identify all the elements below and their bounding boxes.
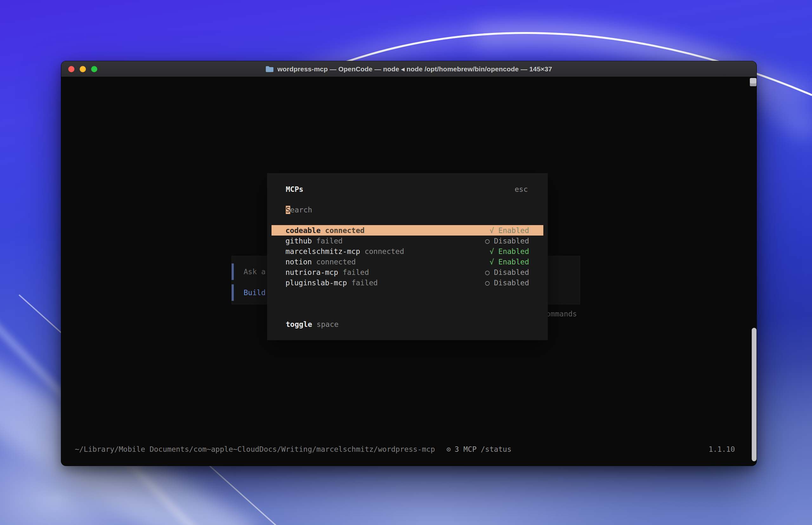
mcp-state: ○ Disabled	[485, 237, 529, 245]
mcp-state: √ Enabled	[489, 226, 529, 235]
mcp-list-item[interactable]: nutriora-mcp failed ○ Disabled	[271, 267, 543, 278]
traffic-lights	[68, 61, 98, 77]
build-mode-label: Build	[243, 288, 265, 297]
mcp-item-left: github failed	[285, 237, 342, 245]
mcp-name: nutriora-mcp	[285, 268, 338, 276]
mode-accent-bar	[232, 284, 234, 301]
mcp-list: codeable connected √ Enabled github fail…	[271, 225, 543, 288]
mcp-list-item[interactable]: marcelschmitz-mcp connected √ Enabled	[271, 246, 543, 256]
mcp-counter-icon: ⊙	[446, 445, 451, 453]
mcp-name: github	[285, 237, 312, 245]
mcp-status: connected	[325, 226, 365, 235]
mcp-status: failed	[342, 268, 369, 276]
mcp-item-left: notion connected	[285, 258, 356, 266]
terminal-window: wordpress-mcp — OpenCode — node ◂ node /…	[61, 61, 757, 466]
scrollbar-top-button[interactable]	[750, 78, 756, 86]
mcp-name: codeable	[285, 226, 321, 235]
mcp-counter: ⊙ 3 MCP	[446, 445, 476, 453]
minimize-button[interactable]	[79, 66, 86, 72]
prompt-input-row[interactable]: Ask a	[232, 264, 265, 280]
search-placeholder-rest: earch	[290, 206, 312, 214]
mcp-counter-text: 3 MCP	[455, 445, 476, 453]
mcp-list-item[interactable]: notion connected √ Enabled	[271, 256, 543, 267]
version-label: 1.1.10	[709, 445, 735, 453]
zoom-button[interactable]	[91, 66, 98, 72]
mcp-name: notion	[285, 258, 312, 266]
mcp-status: connected	[365, 247, 404, 256]
search-cursor: S	[286, 206, 290, 214]
esc-hint: esc	[515, 184, 528, 195]
search-input[interactable]: Search	[286, 205, 528, 215]
close-button[interactable]	[68, 66, 75, 72]
mcp-item-left: marcelschmitz-mcp connected	[285, 247, 404, 256]
titlebar[interactable]: wordpress-mcp — OpenCode — node ◂ node /…	[61, 61, 756, 77]
mcp-status: failed	[316, 237, 342, 245]
modal-header: MCPs esc	[286, 184, 528, 195]
window-title: wordpress-mcp — OpenCode — node ◂ node /…	[277, 65, 552, 73]
mcp-status: connected	[316, 258, 356, 266]
mode-indicator-row: Build	[232, 284, 265, 301]
status-command: /status	[481, 445, 512, 453]
mcp-name: pluginslab-mcp	[285, 279, 347, 287]
modal-title: MCPs	[286, 184, 303, 195]
commands-hint: ommands	[546, 309, 577, 319]
mcp-list-item[interactable]: github failed ○ Disabled	[271, 236, 543, 246]
modal-footer: toggle space	[286, 319, 338, 330]
title-wrap: wordpress-mcp — OpenCode — node ◂ node /…	[265, 65, 552, 73]
status-bar: ~/Library/Mobile Documents/com~apple~Clo…	[75, 444, 735, 454]
terminal-content: Ask a Build ommands MCPs esc Search code…	[61, 77, 756, 466]
mcp-item-left: nutriora-mcp failed	[285, 268, 369, 276]
prompt-placeholder: Ask a	[243, 268, 265, 276]
mcp-state: ○ Disabled	[485, 268, 529, 276]
toggle-action-label: toggle	[286, 319, 312, 330]
mcp-state: √ Enabled	[489, 258, 529, 266]
mcp-state: ○ Disabled	[485, 279, 529, 287]
prompt-accent-bar	[232, 264, 234, 280]
mcp-status: failed	[352, 279, 378, 287]
mcp-list-item[interactable]: codeable connected √ Enabled	[271, 225, 543, 236]
toggle-key-label: space	[316, 319, 338, 330]
mcp-name: marcelschmitz-mcp	[285, 247, 360, 256]
scrollbar-thumb[interactable]	[752, 328, 756, 461]
cwd-path: ~/Library/Mobile Documents/com~apple~Clo…	[75, 445, 435, 453]
mcp-item-left: pluginslab-mcp failed	[285, 279, 378, 287]
folder-icon	[265, 65, 274, 72]
mcp-list-item[interactable]: pluginslab-mcp failed ○ Disabled	[271, 278, 543, 288]
mcp-item-left: codeable connected	[285, 226, 365, 235]
mcp-modal: MCPs esc Search codeable connected √ Ena…	[267, 173, 548, 340]
mcp-state: √ Enabled	[489, 247, 529, 256]
